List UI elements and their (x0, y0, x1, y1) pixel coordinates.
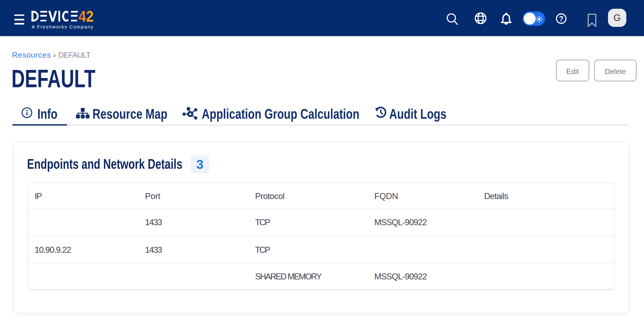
svg-text:?: ? (559, 14, 564, 23)
svg-text:42: 42 (78, 9, 94, 25)
